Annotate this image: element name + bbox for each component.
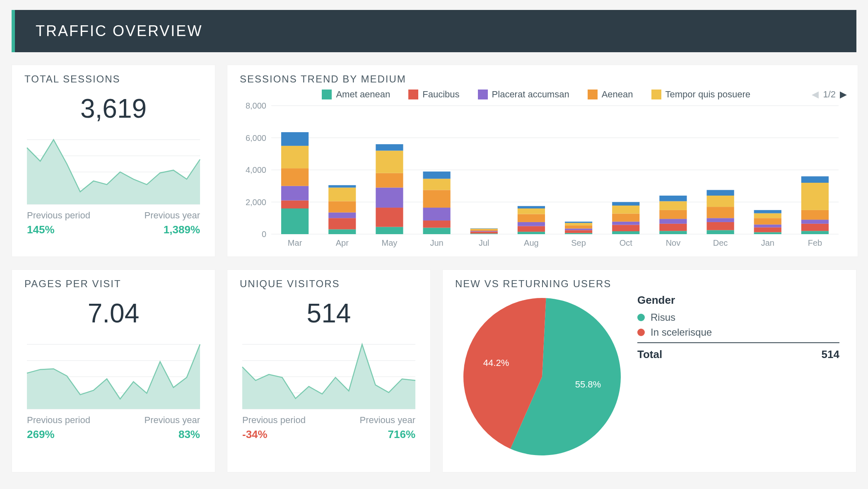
legend-item[interactable]: Faucibus xyxy=(408,89,459,100)
svg-rect-94 xyxy=(801,220,829,224)
svg-rect-83 xyxy=(706,190,734,196)
chart-body: 02,0004,0006,0008,000MarAprMayJunJulAugS… xyxy=(227,102,858,257)
legend-item[interactable]: Placerat accumsan xyxy=(478,89,569,100)
pie-legend-item[interactable]: In scelerisque xyxy=(637,327,839,338)
svg-rect-60 xyxy=(565,225,592,229)
pie-wrap: 55.8%44.2% xyxy=(459,294,625,460)
svg-text:Aug: Aug xyxy=(524,238,539,247)
chart-title: SESSIONS TREND BY MEDIUM xyxy=(227,65,858,89)
svg-text:Oct: Oct xyxy=(620,238,633,247)
svg-rect-80 xyxy=(706,218,734,222)
svg-rect-90 xyxy=(754,210,781,213)
svg-rect-52 xyxy=(518,222,545,226)
svg-text:Sep: Sep xyxy=(571,238,586,247)
pager-prev-icon[interactable]: ◀ xyxy=(812,89,819,100)
svg-rect-53 xyxy=(518,214,545,222)
svg-rect-73 xyxy=(659,219,687,224)
svg-rect-69 xyxy=(612,202,639,206)
pie-total-row: Total 514 xyxy=(637,342,839,361)
svg-text:Dec: Dec xyxy=(713,238,728,247)
pie-legend-item[interactable]: Risus xyxy=(637,312,839,323)
svg-rect-58 xyxy=(565,230,592,233)
chart-header-row: Amet aeneanFaucibusPlacerat accumsanAene… xyxy=(227,89,858,102)
kpi-value: 7.04 xyxy=(12,294,215,340)
svg-rect-43 xyxy=(470,233,498,234)
chart-title: NEW VS RETURNING USERS xyxy=(443,270,856,294)
prev-year-label: Previous year xyxy=(144,415,200,426)
legend-dot-icon xyxy=(637,329,645,336)
svg-rect-48 xyxy=(470,228,498,229)
pager-next-icon[interactable]: ▶ xyxy=(840,89,847,100)
svg-text:Jan: Jan xyxy=(761,238,774,247)
svg-rect-22 xyxy=(328,229,356,234)
legend-swatch-icon xyxy=(651,90,661,99)
pie-legend-title: Gender xyxy=(637,294,839,307)
prev-year-value: 1,389% xyxy=(164,223,200,236)
svg-rect-45 xyxy=(470,231,498,232)
svg-rect-67 xyxy=(612,213,639,221)
svg-rect-86 xyxy=(754,228,781,232)
svg-rect-37 xyxy=(423,220,450,228)
prev-period-label: Previous period xyxy=(27,210,90,221)
legend-item[interactable]: Amet aenean xyxy=(322,89,390,100)
svg-rect-66 xyxy=(612,222,639,225)
svg-rect-61 xyxy=(565,223,592,225)
kpi-compare: Previous period 145% Previous year 1,389… xyxy=(12,206,215,246)
svg-rect-17 xyxy=(281,186,309,201)
svg-rect-16 xyxy=(281,201,309,208)
legend-swatch-icon xyxy=(408,90,418,99)
prev-year-value: 83% xyxy=(178,428,200,441)
svg-rect-50 xyxy=(518,232,545,234)
svg-rect-46 xyxy=(470,230,498,231)
svg-rect-75 xyxy=(659,201,687,210)
svg-rect-95 xyxy=(801,210,829,220)
legend-label: Amet aenean xyxy=(336,89,390,100)
legend-swatch-icon xyxy=(322,90,332,99)
svg-rect-30 xyxy=(376,208,403,227)
svg-text:Jun: Jun xyxy=(430,238,443,247)
svg-rect-82 xyxy=(706,196,734,207)
pie-body: 55.8%44.2% Gender RisusIn scelerisque To… xyxy=(443,294,856,472)
kpi-title: UNIQUE VISITORS xyxy=(227,270,430,294)
svg-rect-34 xyxy=(376,144,403,151)
svg-text:Feb: Feb xyxy=(808,238,822,247)
svg-rect-38 xyxy=(423,208,450,220)
prev-year-value: 716% xyxy=(388,428,416,441)
svg-rect-79 xyxy=(706,222,734,230)
pie-total-value: 514 xyxy=(822,348,839,361)
row-1: TOTAL SESSIONS 3,619 Previous period 145… xyxy=(12,65,856,257)
svg-rect-31 xyxy=(376,188,403,208)
legend-swatch-icon xyxy=(478,90,488,99)
prev-period-label: Previous period xyxy=(242,415,306,426)
sparkline-total-sessions xyxy=(12,136,215,206)
svg-rect-62 xyxy=(565,222,592,223)
sparkline-pages-per-visit xyxy=(12,340,215,411)
prev-period-value: -34% xyxy=(242,428,306,441)
svg-rect-64 xyxy=(612,231,639,234)
svg-rect-65 xyxy=(612,225,639,232)
legend-item[interactable]: Tempor quis posuere xyxy=(651,89,750,100)
legend-label: Tempor quis posuere xyxy=(665,89,750,100)
svg-rect-20 xyxy=(281,132,309,146)
svg-rect-72 xyxy=(659,224,687,231)
legend-item[interactable]: Aenean xyxy=(588,89,633,100)
kpi-pages-per-visit: PAGES PER VISIT 7.04 Previous period 269… xyxy=(12,269,215,472)
svg-rect-78 xyxy=(706,230,734,234)
svg-rect-68 xyxy=(612,206,639,213)
svg-rect-26 xyxy=(328,188,356,201)
prev-period-value: 269% xyxy=(27,428,90,441)
kpi-total-sessions: TOTAL SESSIONS 3,619 Previous period 145… xyxy=(12,65,215,257)
legend-dot-icon xyxy=(637,314,645,321)
svg-rect-40 xyxy=(423,179,450,190)
sessions-trend-card: SESSIONS TREND BY MEDIUM Amet aeneanFauc… xyxy=(227,65,858,257)
svg-rect-19 xyxy=(281,146,309,168)
svg-text:Mar: Mar xyxy=(288,238,302,247)
svg-rect-27 xyxy=(328,185,356,188)
prev-period-value: 145% xyxy=(27,223,90,236)
svg-rect-88 xyxy=(754,218,781,225)
svg-text:2,000: 2,000 xyxy=(246,198,266,207)
svg-rect-32 xyxy=(376,173,403,188)
kpi-value: 514 xyxy=(227,294,430,340)
kpi-compare: Previous period -34% Previous year 716% xyxy=(227,411,430,451)
svg-rect-33 xyxy=(376,151,403,173)
